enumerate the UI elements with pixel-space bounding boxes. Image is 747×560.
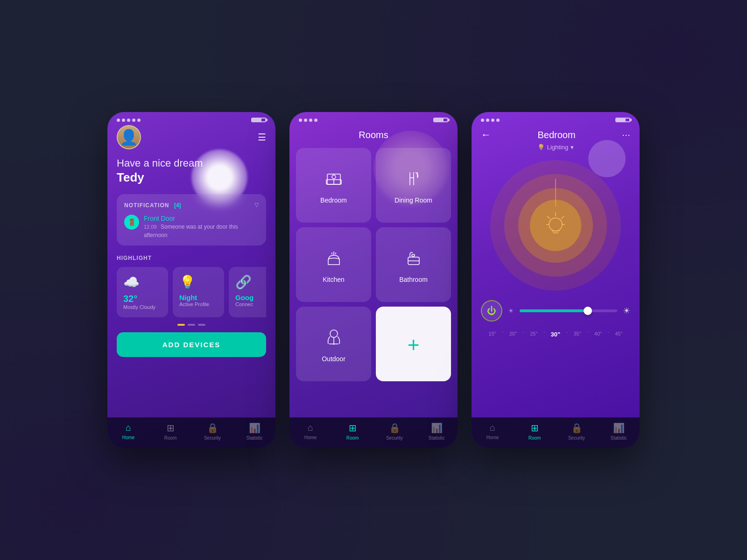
room-bathroom[interactable]: Bathroom: [376, 227, 451, 302]
bulb-svg: [542, 211, 570, 239]
brightness-high-icon: ☀: [623, 306, 630, 316]
notification-item: 🚪 Front Door 12.09 Someone was at your d…: [124, 215, 259, 239]
menu-icon[interactable]: ☰: [258, 132, 266, 143]
kitchen-svg: [324, 248, 344, 268]
nav-room-2[interactable]: ⊞ Room: [331, 422, 374, 441]
statistic-nav-label-2: Statistic: [428, 435, 444, 441]
dining-icon: [403, 168, 424, 192]
svg-line-17: [561, 216, 564, 219]
status-bar-3: [472, 112, 640, 125]
room-bedroom[interactable]: Bedroom: [296, 148, 371, 223]
security-nav-icon-3: 🔒: [571, 422, 583, 434]
notification-item-body: 12.09 Someone was at your door this afte…: [144, 222, 259, 239]
room-nav-icon-3: ⊞: [531, 422, 539, 434]
nav-room-3[interactable]: ⊞ Room: [514, 422, 556, 441]
bathroom-svg: [403, 248, 424, 268]
dropdown-chevron[interactable]: ▾: [571, 144, 574, 151]
nav-security[interactable]: 🔒 Security: [191, 422, 233, 441]
highlight-card-profile[interactable]: 💡 Night Active Profile: [173, 267, 224, 317]
dining-svg: [403, 168, 424, 189]
nav-bar-1: ⌂ Home ⊞ Room 🔒 Security 📊 Statistic: [107, 417, 275, 448]
svg-rect-13: [412, 254, 415, 256]
status-dot: [137, 119, 141, 122]
highlight-card-google[interactable]: 🔗 Goog Connec: [229, 267, 266, 317]
home-nav-icon-3: ⌂: [490, 422, 495, 433]
status-dots-3: [481, 119, 500, 122]
back-button[interactable]: ←: [481, 129, 491, 141]
avatar-image: [118, 126, 140, 148]
add-devices-button[interactable]: ADD DEVICES: [117, 332, 266, 357]
rooms-title: Rooms: [289, 125, 458, 148]
status-dot: [481, 119, 484, 122]
home-nav-label-2: Home: [304, 435, 317, 440]
add-room-button[interactable]: +: [376, 307, 451, 381]
home-nav-icon: ⌂: [126, 422, 131, 433]
nav-bar-2: ⌂ Home ⊞ Room 🔒 Security 📊 Statistic: [289, 417, 458, 448]
bedroom-title: Bedroom: [537, 130, 575, 140]
bedroom-header: ← Bedroom ⋯: [472, 125, 640, 144]
notification-title-row: NOTIFICATION [4]: [124, 201, 181, 209]
battery-icon-3: [615, 118, 630, 122]
room-nav-label-2: Room: [346, 435, 359, 441]
room-outdoor[interactable]: Outdoor: [296, 307, 371, 381]
rooms-grid: Bedroom Dining Room: [289, 148, 458, 381]
bulb-icon: [537, 207, 574, 244]
weather-icon: ☁️: [123, 274, 162, 290]
status-bar-1: [107, 112, 275, 125]
avatar[interactable]: [117, 125, 141, 149]
bulb-string: [555, 179, 556, 207]
kitchen-icon: [324, 248, 344, 271]
page-indicator: [117, 324, 266, 326]
highlight-label: HIGHLIGHT: [117, 255, 266, 261]
nav-statistic[interactable]: 📊 Statistic: [233, 422, 275, 441]
nav-home[interactable]: ⌂ Home: [107, 422, 149, 441]
dot-1: [177, 324, 185, 326]
statistic-nav-icon-3: 📊: [613, 422, 625, 434]
security-nav-label-2: Security: [386, 435, 403, 441]
nav-home-2[interactable]: ⌂ Home: [289, 422, 331, 441]
controls-row: ⏻ ☀ ☀: [481, 300, 630, 322]
time-20: 20: [509, 331, 517, 338]
phone-bedroom-detail: ← Bedroom ⋯ 💡 Lighting ▾: [472, 112, 640, 448]
bathroom-label: Bathroom: [399, 276, 428, 283]
brightness-fill: [520, 309, 588, 312]
nav-security-2[interactable]: 🔒 Security: [374, 422, 416, 441]
status-dot: [132, 119, 135, 122]
status-dot: [117, 119, 120, 122]
phones-container: ☰ Have a nice dream Tedy NOTIFICATION [4…: [107, 112, 640, 448]
home-nav-icon-2: ⌂: [308, 422, 313, 433]
time-40: 40: [594, 331, 602, 338]
notification-icon: 🚪: [124, 215, 139, 230]
nav-statistic-2[interactable]: 📊 Statistic: [416, 422, 458, 441]
nav-statistic-3[interactable]: 📊 Statistic: [598, 422, 640, 441]
brightness-thumb[interactable]: [584, 307, 592, 315]
room-kitchen[interactable]: Kitchen: [296, 227, 371, 302]
bedroom-icon: [324, 168, 344, 192]
nav-security-3[interactable]: 🔒 Security: [556, 422, 598, 441]
google-subtitle: Connec: [235, 301, 266, 307]
brightness-slider[interactable]: [520, 309, 617, 312]
bedroom-subtitle: 💡 Lighting ▾: [472, 144, 640, 155]
settings-icon[interactable]: ⋯: [622, 130, 630, 140]
security-nav-label: Security: [204, 435, 221, 441]
outdoor-svg: [324, 327, 344, 348]
highlight-card-weather[interactable]: ☁️ 32° Mostly Cloudy: [117, 267, 168, 317]
home-content: ☰ Have a nice dream Tedy NOTIFICATION [4…: [107, 125, 275, 359]
temperature-value: 32°: [123, 294, 162, 304]
notification-chevron: ▽: [254, 202, 259, 208]
bedroom-label: Bedroom: [320, 196, 347, 204]
status-dots-2: [299, 119, 317, 122]
notification-label: NOTIFICATION: [124, 202, 169, 209]
bedroom-svg: [324, 168, 344, 189]
power-button[interactable]: ⏻: [481, 300, 502, 322]
lighting-bulb-icon: 💡: [537, 144, 545, 151]
status-dots-1: [117, 119, 141, 122]
notification-box[interactable]: NOTIFICATION [4] ▽ 🚪 Front Door 12.09 So…: [117, 194, 266, 245]
room-dining[interactable]: Dining Room: [376, 148, 451, 223]
nav-home-3[interactable]: ⌂ Home: [472, 422, 514, 441]
highlight-cards: ☁️ 32° Mostly Cloudy 💡 Night Active Prof…: [117, 267, 266, 317]
status-dot: [309, 119, 312, 122]
add-room-icon: +: [408, 335, 420, 355]
nav-room[interactable]: ⊞ Room: [149, 422, 191, 441]
room-nav-label: Room: [164, 435, 177, 441]
